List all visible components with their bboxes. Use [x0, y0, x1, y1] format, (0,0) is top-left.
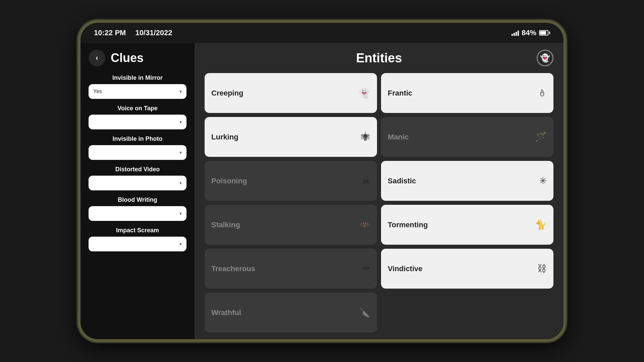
back-arrow-icon: ‹: [96, 54, 98, 62]
clue-dropdown-distorted-video[interactable]: ▾: [89, 176, 186, 190]
entity-empty-cell: [381, 293, 553, 333]
clue-impact-scream: Impact Scream ▾: [89, 227, 186, 251]
signal-icon: [512, 30, 519, 36]
back-button[interactable]: ‹: [89, 50, 105, 66]
entity-name-vindictive: Vindictive: [388, 264, 423, 273]
entity-frantic[interactable]: Frantic 🕯: [381, 73, 553, 113]
entity-name-treacherous: Treacherous: [211, 264, 255, 273]
clue-value-invisible-mirror: Yes: [93, 88, 102, 95]
entity-name-lurking: Lurking: [211, 133, 238, 141]
coffin-entity-icon: ⚰: [362, 263, 370, 274]
entity-stalking[interactable]: Stalking 🦇: [205, 205, 377, 245]
clue-label-impact-scream: Impact Scream: [89, 227, 186, 234]
entity-wrathful[interactable]: Wrathful 🔪: [205, 293, 377, 333]
ghost-icon: 👻: [540, 53, 550, 63]
clue-dropdown-blood-writing[interactable]: ▾: [89, 206, 186, 221]
entities-title: Entities: [221, 51, 537, 65]
entity-name-stalking: Stalking: [211, 221, 240, 229]
entity-creeping[interactable]: Creeping 👻: [205, 73, 377, 113]
clue-label-blood-writing: Blood Writing: [89, 196, 186, 203]
chevron-down-icon: ▾: [179, 89, 182, 94]
device-frame: 10:22 PM 10/31/2022 84% ‹: [78, 20, 566, 342]
entity-manic[interactable]: Manic 🪄: [381, 117, 553, 157]
pot-entity-icon: 🪄: [535, 131, 547, 142]
candle-entity-icon: 🕯: [537, 87, 547, 99]
status-bar: 10:22 PM 10/31/2022 84%: [80, 23, 564, 43]
clue-voice-on-tape: Voice on Tape ▾: [89, 105, 186, 129]
chevron-down-icon: ▾: [179, 150, 182, 155]
chevron-down-icon: ▾: [179, 180, 182, 186]
status-time: 10:22 PM: [94, 28, 126, 37]
knife-entity-icon: 🔪: [359, 307, 370, 318]
clue-invisible-mirror: Invisible in Mirror Yes ▾: [89, 74, 186, 99]
entity-name-sadistic: Sadistic: [388, 177, 416, 185]
chevron-down-icon: ▾: [179, 211, 182, 216]
spider-entity-icon: 🕷: [361, 131, 370, 142]
entity-tormenting[interactable]: Tormenting 🐈: [381, 205, 553, 245]
clue-label-distorted-video: Distorted Video: [89, 166, 186, 173]
clues-panel: ‹ Clues Invisible in Mirror Yes ▾ Voice …: [80, 43, 195, 339]
clue-dropdown-invisible-photo[interactable]: ▾: [89, 145, 186, 160]
entity-name-tormenting: Tormenting: [388, 221, 428, 229]
chevron-down-icon: ▾: [179, 241, 182, 247]
clue-label-voice-on-tape: Voice on Tape: [89, 105, 186, 112]
entity-sadistic[interactable]: Sadistic ✳: [381, 161, 553, 201]
clue-dropdown-invisible-mirror[interactable]: Yes ▾: [89, 84, 186, 99]
entity-vindictive[interactable]: Vindictive ⛓: [381, 249, 553, 289]
clue-invisible-photo: Invisible in Photo ▾: [89, 135, 186, 160]
ghost-icon-button[interactable]: 👻: [537, 50, 553, 66]
battery-icon: [539, 30, 550, 36]
entity-treacherous[interactable]: Treacherous ⚰: [205, 249, 377, 289]
entities-grid: Creeping 👻 Frantic 🕯 Lurking 🕷 Manic 🪄: [205, 73, 553, 333]
battery-percentage: 84%: [522, 28, 536, 37]
entity-name-wrathful: Wrathful: [211, 308, 241, 317]
clues-title: Clues: [111, 51, 144, 65]
clue-label-invisible-photo: Invisible in Photo: [89, 135, 186, 142]
clue-label-invisible-mirror: Invisible in Mirror: [89, 74, 186, 81]
clue-distorted-video: Distorted Video ▾: [89, 166, 186, 190]
star-entity-icon: ✳: [539, 175, 547, 186]
entity-name-manic: Manic: [388, 133, 409, 141]
entity-name-poisoning: Poisoning: [211, 177, 247, 185]
entity-poisoning[interactable]: Poisoning ☠: [205, 161, 377, 201]
skull-entity-icon: ☠: [362, 175, 370, 186]
entities-header: Entities 👻: [205, 50, 553, 66]
cat-entity-icon: 🐈: [535, 219, 547, 230]
ghost-entity-icon: 👻: [359, 87, 370, 99]
bat-entity-icon: 🦇: [359, 219, 370, 230]
main-content: ‹ Clues Invisible in Mirror Yes ▾ Voice …: [80, 43, 564, 339]
status-left: 10:22 PM 10/31/2022: [94, 28, 172, 37]
status-right: 84%: [512, 28, 550, 37]
clue-blood-writing: Blood Writing ▾: [89, 196, 186, 221]
clue-dropdown-voice-on-tape[interactable]: ▾: [89, 115, 186, 129]
entity-lurking[interactable]: Lurking 🕷: [205, 117, 377, 157]
entity-name-frantic: Frantic: [388, 89, 412, 98]
chainsaw-entity-icon: ⛓: [537, 263, 547, 274]
entity-name-creeping: Creeping: [211, 89, 243, 98]
status-date: 10/31/2022: [135, 28, 172, 37]
clues-header: ‹ Clues: [89, 50, 186, 66]
entities-panel: Entities 👻 Creeping 👻 Frantic 🕯: [195, 43, 564, 339]
chevron-down-icon: ▾: [179, 119, 182, 125]
clue-dropdown-impact-scream[interactable]: ▾: [89, 237, 186, 251]
